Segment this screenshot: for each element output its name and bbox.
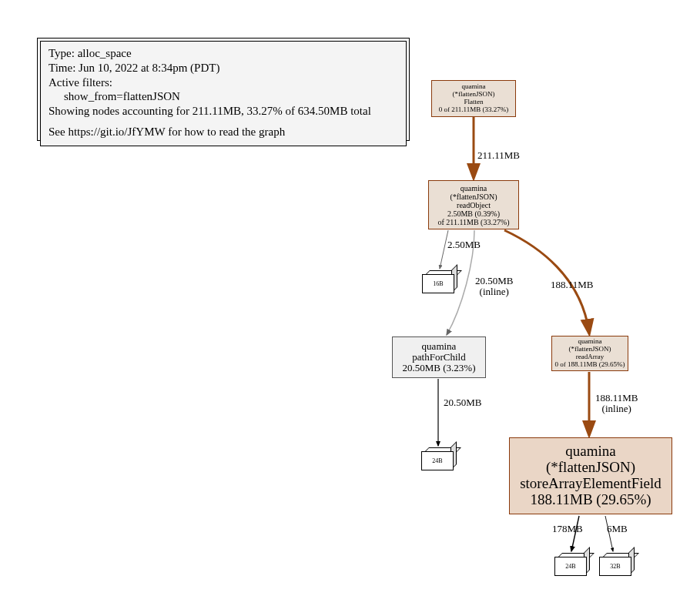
node-line: quamina xyxy=(461,184,487,193)
info-showing: Showing nodes accounting for 211.11MB, 3… xyxy=(49,104,398,119)
node-line: 20.50MB (3.23%) xyxy=(403,363,476,373)
edge-label-readobject-pathforchild: 20.50MB (inline) xyxy=(475,276,513,298)
node-readobject: quamina (*flattenJSON) readObject 2.50MB… xyxy=(428,180,519,229)
node-line: 0 of 211.11MB (33.27%) xyxy=(439,106,509,114)
edge-label-readobject-16b: 2.50MB xyxy=(447,239,481,250)
leaf-label: 24B xyxy=(565,563,575,570)
node-pathforchild: quamina pathForChild 20.50MB (3.23%) xyxy=(392,336,486,378)
edge-label-pathforchild-24b: 20.50MB xyxy=(444,397,481,408)
leaf-label: 24B xyxy=(432,457,442,464)
pprof-graph: Type: alloc_space Time: Jun 10, 2022 at … xyxy=(0,0,700,606)
edge-label-line1: 188.11MB xyxy=(595,392,638,403)
leaf-32b: 32B xyxy=(599,553,630,574)
node-line: of 211.11MB (33.27%) xyxy=(437,218,509,226)
node-flatten: quamina (*flattenJSON) Flatten 0 of 211.… xyxy=(431,80,516,117)
node-line: quamina xyxy=(565,444,615,460)
info-filter-1: show_from=flattenJSON xyxy=(49,89,398,104)
edge-label-line2: (inline) xyxy=(480,286,509,297)
node-line: quamina xyxy=(422,341,457,352)
node-line: 2.50MB (0.39%) xyxy=(447,209,500,218)
leaf-24b-b: 24B xyxy=(554,553,585,574)
node-line: 0 of 188.11MB (29.65%) xyxy=(555,361,625,369)
leaf-label: 16B xyxy=(433,280,443,287)
info-filters-header: Active filters: xyxy=(49,75,398,90)
edge-label-flatten-readobject: 211.11MB xyxy=(477,150,520,161)
node-line: (*flattenJSON) xyxy=(546,460,635,476)
info-type: Type: alloc_space xyxy=(49,46,398,61)
leaf-24b-a: 24B xyxy=(421,447,452,469)
node-line: pathForChild xyxy=(412,352,465,363)
node-readarray: quamina (*flattenJSON) readArray 0 of 18… xyxy=(551,336,628,371)
edge-label-line1: 20.50MB xyxy=(475,275,513,286)
spacer xyxy=(49,119,398,125)
edge-label-store-32b: 6MB xyxy=(607,524,628,534)
node-line: readObject xyxy=(457,201,491,209)
edge-label-store-24b: 178MB xyxy=(552,524,583,534)
info-help: See https://git.io/JfYMW for how to read… xyxy=(49,125,398,139)
leaf-label: 32B xyxy=(610,563,620,570)
edge-label-readarray-store: 188.11MB (inline) xyxy=(595,393,638,415)
info-box-inner: Type: alloc_space Time: Jun 10, 2022 at … xyxy=(40,41,407,146)
node-line: (*flattenJSON) xyxy=(450,193,497,201)
node-line: storeArrayElementField xyxy=(520,476,661,492)
leaf-16b: 16B xyxy=(422,270,453,292)
info-time: Time: Jun 10, 2022 at 8:34pm (PDT) xyxy=(49,61,398,75)
node-storearrayelementfield: quamina (*flattenJSON) storeArrayElement… xyxy=(509,437,672,514)
edge-label-readobject-readarray: 188.11MB xyxy=(551,280,594,290)
info-box: Type: alloc_space Time: Jun 10, 2022 at … xyxy=(37,38,410,141)
edge-label-line2: (inline) xyxy=(602,403,631,414)
node-line: 188.11MB (29.65%) xyxy=(530,492,651,508)
